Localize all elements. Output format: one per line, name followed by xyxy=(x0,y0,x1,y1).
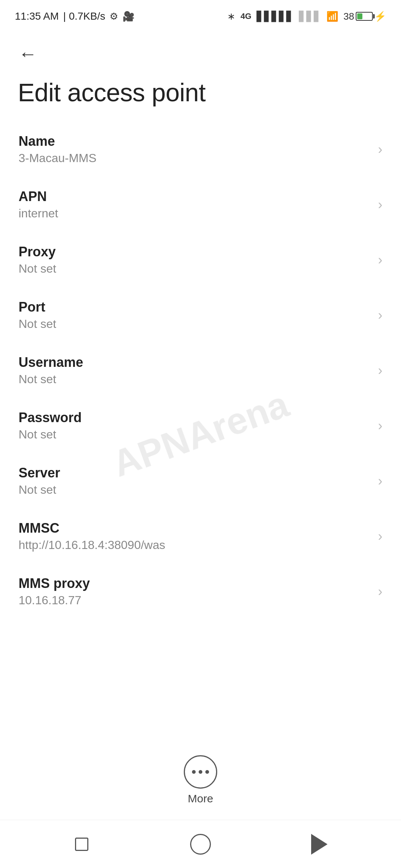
setting-item-proxy[interactable]: Proxy Not set › xyxy=(0,232,401,287)
setting-label: MMSC xyxy=(19,520,371,536)
chevron-right-icon: › xyxy=(378,252,382,268)
setting-value: internet xyxy=(19,207,371,220)
chevron-right-icon: › xyxy=(378,473,382,489)
setting-value: 10.16.18.77 xyxy=(19,594,371,607)
signal-bars-icon: ▋▋▋▋▋ xyxy=(257,11,294,22)
setting-value: Not set xyxy=(19,428,371,441)
status-left: 11:35 AM | 0.7KB/s ⚙ 🎥 xyxy=(15,10,134,22)
status-time: 11:35 AM xyxy=(15,10,59,22)
battery-fill xyxy=(357,13,362,19)
setting-value: Not set xyxy=(19,262,371,276)
setting-content: APN internet xyxy=(19,189,371,220)
chevron-right-icon: › xyxy=(378,197,382,213)
setting-item-username[interactable]: Username Not set › xyxy=(0,343,401,398)
setting-value: Not set xyxy=(19,372,371,386)
setting-label: MMS proxy xyxy=(19,576,371,591)
setting-content: MMSC http://10.16.18.4:38090/was xyxy=(19,520,371,552)
home-icon xyxy=(190,834,211,855)
more-button[interactable] xyxy=(184,755,217,789)
setting-item-server[interactable]: Server Not set › xyxy=(0,453,401,509)
setting-item-mms-proxy[interactable]: MMS proxy 10.16.18.77 › xyxy=(0,564,401,619)
wifi-icon: 📶 xyxy=(326,11,338,22)
setting-label: APN xyxy=(19,189,371,204)
battery-percent: 38 xyxy=(343,11,354,22)
chevron-right-icon: › xyxy=(378,142,382,157)
battery-container: 38 ⚡ xyxy=(343,11,386,22)
setting-value: 3-Macau-MMS xyxy=(19,151,371,165)
setting-value: Not set xyxy=(19,317,371,331)
setting-content: Port Not set xyxy=(19,299,371,331)
settings-list: Name 3-Macau-MMS › APN internet › Proxy … xyxy=(0,122,401,744)
setting-label: Server xyxy=(19,465,371,481)
settings-icon: ⚙ xyxy=(110,11,118,22)
recents-button[interactable] xyxy=(67,829,97,859)
back-nav-icon xyxy=(311,834,327,855)
dot1 xyxy=(192,770,196,774)
recents-icon xyxy=(75,838,88,851)
setting-item-apn[interactable]: APN internet › xyxy=(0,177,401,232)
setting-label: Password xyxy=(19,410,371,425)
bottom-nav xyxy=(0,820,401,868)
chevron-right-icon: › xyxy=(378,529,382,544)
more-label: More xyxy=(188,792,213,805)
status-bar: 11:35 AM | 0.7KB/s ⚙ 🎥 ∗ 4G ▋▋▋▋▋ ▋▋▋ 📶 … xyxy=(0,0,401,30)
setting-item-port[interactable]: Port Not set › xyxy=(0,287,401,343)
signal-bars2-icon: ▋▋▋ xyxy=(299,11,321,22)
chevron-right-icon: › xyxy=(378,308,382,323)
chevron-right-icon: › xyxy=(378,584,382,599)
setting-content: Name 3-Macau-MMS xyxy=(19,134,371,165)
setting-label: Name xyxy=(19,134,371,149)
more-section: More xyxy=(0,744,401,820)
page-title: Edit access point xyxy=(0,70,401,122)
back-button[interactable]: ← xyxy=(15,41,41,67)
bluetooth-icon: ∗ xyxy=(227,11,235,22)
setting-content: Username Not set xyxy=(19,355,371,386)
charging-icon: ⚡ xyxy=(374,11,386,22)
status-right: ∗ 4G ▋▋▋▋▋ ▋▋▋ 📶 38 ⚡ xyxy=(227,11,386,22)
top-nav: ← xyxy=(0,30,401,70)
status-speed: | 0.7KB/s xyxy=(63,10,105,22)
camera-icon: 🎥 xyxy=(123,11,134,22)
more-dots-icon xyxy=(192,770,209,774)
home-button[interactable] xyxy=(186,829,215,859)
setting-value: http://10.16.18.4:38090/was xyxy=(19,538,371,552)
setting-content: MMS proxy 10.16.18.77 xyxy=(19,576,371,607)
setting-item-name[interactable]: Name 3-Macau-MMS › xyxy=(0,122,401,177)
dot3 xyxy=(205,770,209,774)
battery-icon xyxy=(356,12,373,21)
setting-label: Username xyxy=(19,355,371,370)
setting-label: Port xyxy=(19,299,371,315)
setting-content: Server Not set xyxy=(19,465,371,497)
back-arrow-icon: ← xyxy=(19,45,37,63)
setting-label: Proxy xyxy=(19,244,371,260)
signal-4g-icon: 4G xyxy=(241,11,251,21)
setting-value: Not set xyxy=(19,483,371,497)
chevron-right-icon: › xyxy=(378,418,382,434)
chevron-right-icon: › xyxy=(378,363,382,378)
setting-content: Proxy Not set xyxy=(19,244,371,276)
dot2 xyxy=(199,770,202,774)
back-nav-button[interactable] xyxy=(304,829,334,859)
setting-item-mmsc[interactable]: MMSC http://10.16.18.4:38090/was › xyxy=(0,509,401,564)
setting-item-password[interactable]: Password Not set › xyxy=(0,398,401,453)
setting-content: Password Not set xyxy=(19,410,371,441)
